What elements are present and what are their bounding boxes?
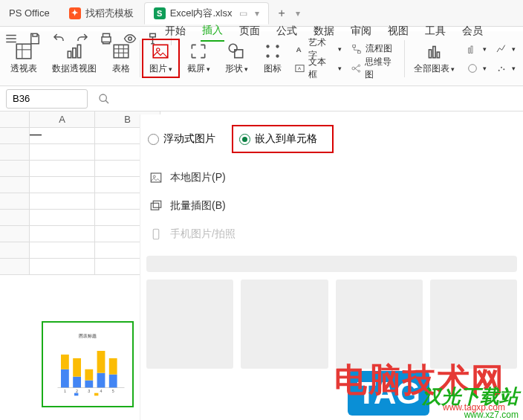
menu-page[interactable]: 页面 <box>238 22 262 41</box>
ribbon-label: 图片▾ <box>149 62 172 75</box>
chevron-down-icon: ▾ <box>338 45 342 53</box>
svg-rect-6 <box>77 45 80 57</box>
row-header[interactable] <box>0 259 30 275</box>
table-button[interactable]: 表格 <box>104 39 138 78</box>
text-group: A 艺术字▾ A 文本框▾ <box>290 40 346 77</box>
formula-bar: B36 <box>0 86 523 112</box>
mindmap-icon <box>351 62 362 74</box>
select-all-corner[interactable] <box>0 112 30 128</box>
svg-rect-47 <box>73 377 81 388</box>
textbox-button[interactable]: A 文本框▾ <box>294 59 342 77</box>
gallery-item[interactable] <box>146 280 233 369</box>
svg-rect-61 <box>94 393 98 396</box>
cell[interactable] <box>30 161 95 177</box>
mini-chart-4[interactable]: ▾ <box>496 59 516 77</box>
row-header[interactable] <box>0 144 30 161</box>
picture-button[interactable]: 图片▾ <box>142 39 180 78</box>
cell[interactable] <box>30 226 95 242</box>
embedded-chart[interactable]: 图表标题 12345 <box>42 321 134 407</box>
search-icon[interactable] <box>98 93 110 105</box>
cell[interactable] <box>30 177 95 193</box>
menu-start[interactable]: 开始 <box>163 22 187 41</box>
row-header[interactable] <box>0 177 30 193</box>
gallery-item[interactable] <box>241 280 328 369</box>
mini-chart-1[interactable]: ▾ <box>467 40 487 58</box>
svg-point-27 <box>358 70 360 72</box>
column-header-a[interactable]: A <box>30 112 95 128</box>
svg-rect-31 <box>469 48 470 53</box>
row-header[interactable] <box>0 161 30 177</box>
add-tab-button[interactable]: + <box>270 7 292 20</box>
icons-icon <box>263 42 282 61</box>
row-header[interactable] <box>0 193 30 210</box>
screenshot-button[interactable]: 截屏▾ <box>180 39 218 78</box>
svg-rect-48 <box>73 358 81 377</box>
local-picture-option[interactable]: 本地图片(P) <box>140 164 523 192</box>
row-header[interactable] <box>0 128 30 144</box>
name-box[interactable]: B36 <box>6 89 88 109</box>
pivot-table-icon <box>14 42 33 61</box>
ribbon-label: 思维导图 <box>365 56 398 81</box>
tab-daoke[interactable]: ✦ 找稻壳模板 <box>60 2 143 25</box>
all-charts-button[interactable]: 全部图表▾ <box>406 39 462 78</box>
cell[interactable] <box>30 259 95 275</box>
row-header[interactable] <box>0 226 30 242</box>
cell[interactable] <box>30 144 95 161</box>
pivot-table-button[interactable]: 透视表 <box>3 39 45 78</box>
gallery-item[interactable] <box>430 280 517 369</box>
svg-rect-53 <box>97 373 105 388</box>
gallery-item[interactable] <box>336 280 423 369</box>
cell[interactable] <box>30 210 95 226</box>
row-header[interactable] <box>0 242 30 259</box>
bar-chart-thumb: 图表标题 12345 <box>48 329 128 400</box>
radio-circle-icon <box>239 134 250 145</box>
highlight-box: 嵌入到单元格 <box>232 125 334 153</box>
table-icon <box>111 42 131 61</box>
radio-label: 嵌入到单元格 <box>255 132 317 146</box>
mini-chart-3[interactable]: ▾ <box>496 40 516 58</box>
svg-rect-51 <box>85 369 93 381</box>
menu-view[interactable]: 视图 <box>386 22 410 41</box>
menu-formula[interactable]: 公式 <box>275 22 299 41</box>
picture-icon <box>151 42 170 61</box>
svg-rect-28 <box>429 50 431 58</box>
cell[interactable] <box>30 242 95 259</box>
svg-text:4: 4 <box>100 389 103 393</box>
menu-insert[interactable]: 插入 <box>201 21 224 42</box>
chevron-down-icon: ▾ <box>169 65 172 73</box>
menu-member[interactable]: 会员 <box>461 22 484 41</box>
textbox-icon: A <box>294 62 305 74</box>
svg-rect-4 <box>68 51 71 58</box>
screenshot-icon <box>189 42 208 61</box>
svg-line-38 <box>105 100 108 103</box>
tab-window-icon[interactable]: ▭ <box>239 8 247 19</box>
ribbon-label: 全部图表▾ <box>414 62 455 75</box>
batch-insert-option[interactable]: 批量插图(B) <box>140 192 523 220</box>
cell[interactable] <box>30 193 95 210</box>
menu-data[interactable]: 数据 <box>312 22 336 41</box>
separator <box>140 40 140 77</box>
option-label: 本地图片(P) <box>170 171 226 184</box>
icon-button[interactable]: 图标 <box>256 39 290 78</box>
menu-tools[interactable]: 工具 <box>423 22 447 41</box>
svg-rect-30 <box>437 52 439 58</box>
pivot-chart-icon <box>65 42 84 61</box>
svg-point-26 <box>358 64 360 66</box>
radio-embed[interactable]: 嵌入到单元格 <box>239 132 317 146</box>
shape-button[interactable]: 形状▾ <box>218 39 256 78</box>
svg-rect-7 <box>114 45 129 57</box>
row-header[interactable] <box>0 210 30 226</box>
chevron-down-icon[interactable]: ▾ <box>296 8 300 19</box>
radio-float[interactable]: 浮动式图片 <box>148 132 215 146</box>
menu-review[interactable]: 审阅 <box>349 22 373 41</box>
tab-wps[interactable]: PS Office <box>0 2 59 25</box>
chevron-down-icon[interactable]: ▾ <box>255 8 259 19</box>
mini-chart-2[interactable]: ▾ <box>467 59 487 77</box>
phone-icon <box>149 227 163 241</box>
wordart-icon: A <box>294 43 305 55</box>
cell[interactable]: — <box>30 128 95 144</box>
svg-text:A: A <box>298 65 302 71</box>
mindmap-button[interactable]: 思维导图 <box>351 59 399 77</box>
tab-label: 找稻壳模板 <box>85 7 134 20</box>
data-pivot-chart-button[interactable]: 数据透视图 <box>45 39 104 78</box>
